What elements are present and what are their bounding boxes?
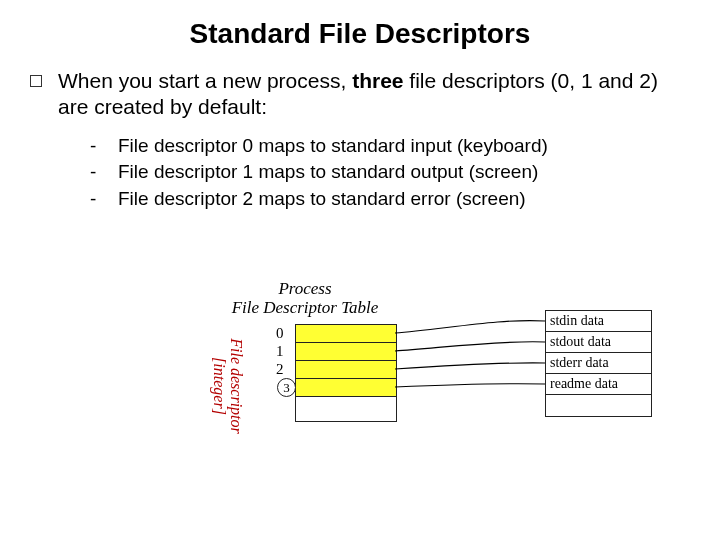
- sub-bullet-item: - File descriptor 0 maps to standard inp…: [90, 133, 720, 160]
- diagram: Process File Descriptor Table File descr…: [0, 280, 720, 520]
- sub-bullet-text: File descriptor 0 maps to standard input…: [118, 133, 548, 160]
- data-row-stderr: stderr data: [546, 353, 651, 374]
- dash-icon: -: [90, 159, 118, 186]
- main-bullet: When you start a new process, three file…: [30, 68, 690, 121]
- main-bullet-pre: When you start a new process,: [58, 69, 352, 92]
- main-bullet-bold: three: [352, 69, 403, 92]
- main-bullet-text: When you start a new process, three file…: [58, 68, 690, 121]
- sub-bullet-item: - File descriptor 2 maps to standard err…: [90, 186, 720, 213]
- data-row-readme: readme data: [546, 374, 651, 395]
- dash-icon: -: [90, 186, 118, 213]
- dash-icon: -: [90, 133, 118, 160]
- sub-bullet-list: - File descriptor 0 maps to standard inp…: [90, 133, 720, 213]
- data-row-stdin: stdin data: [546, 311, 651, 332]
- data-row-empty: [546, 395, 651, 416]
- sub-bullet-text: File descriptor 1 maps to standard outpu…: [118, 159, 538, 186]
- sub-bullet-text: File descriptor 2 maps to standard error…: [118, 186, 526, 213]
- data-table: stdin data stdout data stderr data readm…: [545, 310, 652, 417]
- sub-bullet-item: - File descriptor 1 maps to standard out…: [90, 159, 720, 186]
- data-row-stdout: stdout data: [546, 332, 651, 353]
- slide-title: Standard File Descriptors: [0, 18, 720, 50]
- bullet-square-icon: [30, 75, 42, 87]
